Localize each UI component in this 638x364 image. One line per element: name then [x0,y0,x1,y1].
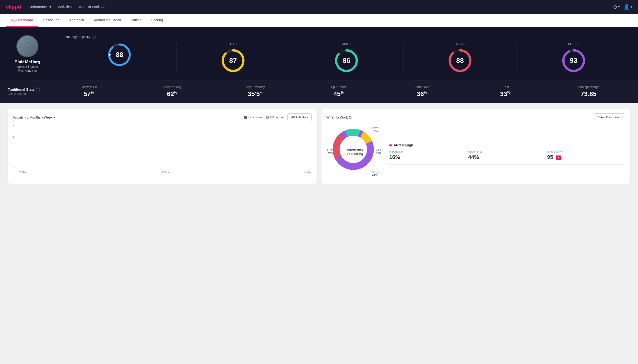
donut-label-app: APP 12% [376,149,381,155]
stat-greens-value: 62% [130,90,214,98]
activity-chart-card: Activity - 3 Months - Weekly On course O… [8,108,317,184]
wtwo-title: What To Work On [326,116,353,119]
chart-x-labels: 7 Feb 28 Mar 9 May [20,171,312,174]
stat-greens-in-reg: Greens In Reg 62% [130,85,214,98]
tab-around-the-green[interactable]: Around the Green [89,14,126,27]
stat-sandsave-value: 36% [380,90,464,98]
chart-header: Activity - 3 Months - Weekly On course O… [13,114,312,121]
chart-title: Activity - 3 Months - Weekly [13,116,55,119]
quality-label: Total Player Quality ? [63,35,630,38]
add-button[interactable]: ⊕ ▾ [613,4,620,10]
profile-country: United Kingdom [17,65,38,68]
legend-on-course: On course [244,116,262,119]
ring-ott: 87 [221,48,245,73]
app-trend-icon: ↗ [349,43,351,46]
nav-user-chevron: ▾ [631,5,632,8]
score-total-value: 88 [116,51,123,59]
score-app-value: 86 [343,57,350,64]
score-putt: PUTT ↗ 93 [517,42,630,73]
user-icon: 👤 [623,4,630,10]
what-to-work-on-card: What To Work On View Dashboard Importanc… [321,108,630,184]
hero-divider [55,34,55,73]
stat-scoring-value: 73.85 [547,90,630,98]
score-putt-label: PUTT ↗ [568,42,579,46]
all-activities-button[interactable]: All Activities [287,114,312,121]
arg-trend-icon: ↗ [463,43,465,46]
donut-label-ott: OTT 10% [372,127,378,133]
stat-up-and-down: Up & Down 45% [297,85,380,98]
wtwo-header: What To Work On View Dashboard [326,114,625,121]
stat-1putt-value: 33% [464,90,547,98]
stat-proximity-value: 35'5" [214,90,297,98]
score-arg-label: ARG ↗ [455,42,465,46]
user-menu-button[interactable]: 👤 ▾ [623,4,632,10]
stats-label: Traditional Stats ? Last 20 rounds [8,88,47,96]
detail-shot-quality: Shot Quality 95 ⚑ [547,150,621,160]
nav-add-chevron: ▾ [618,5,620,8]
off-course-dot [266,116,269,119]
profile-section: 🏌️ Blair McHarg United Kingdom Plus Hand… [8,35,47,72]
tab-off-the-tee[interactable]: Off the Tee [38,14,64,27]
hero-section: 🏌️ Blair McHarg United Kingdom Plus Hand… [0,28,638,80]
tab-putting[interactable]: Putting [126,14,146,27]
detail-metrics: Importance 16% Opportunity 44% Shot Qual… [389,150,621,160]
detail-importance: Importance 16% [389,150,463,160]
chart-y-labels: 4 3 2 1 0 [13,125,14,169]
chart-legend: On course Off course All Activities [244,114,312,121]
detail-opportunity: Opportunity 44% [468,150,542,160]
stat-fairways-value: 57% [47,90,130,98]
svg-point-2 [109,54,111,56]
stat-1-putt: 1 Putt 33% [464,85,547,98]
putt-trend-icon: ↗ [577,43,579,46]
logo[interactable]: clippd [6,4,21,10]
chevron-down-icon: ▾ [50,5,51,9]
scores-row: 88 OTT ↗ 87 [63,42,630,73]
ring-app: 86 [334,48,359,73]
plus-circle-icon: ⊕ [613,4,617,10]
score-arg: ARG ↗ 88 [403,42,517,73]
score-ott-value: 87 [229,57,237,64]
chart-bars [20,125,312,169]
quality-help-icon[interactable]: ? [92,35,96,38]
score-ott-label: OTT ↗ [229,42,238,46]
detail-card: ARG Rough Importance 16% Opportunity 44%… [385,139,625,165]
ring-arg: 88 [448,48,472,73]
tab-scoring[interactable]: Scoring [146,14,168,27]
top-nav: clippd Performance ▾ Activities What To … [0,0,638,14]
score-arg-value: 88 [456,57,464,64]
nav-what-to-work-on[interactable]: What To Work On [78,5,105,9]
tab-approach[interactable]: Approach [64,14,89,27]
ring-total: 88 [107,42,132,67]
stat-updown-value: 45% [297,90,380,98]
stats-bar: Traditional Stats ? Last 20 rounds Fairw… [0,80,638,103]
tab-my-dashboard[interactable]: My Dashboard [6,14,38,27]
stat-sand-save: Sand Save 36% [380,85,464,98]
stat-scoring-average: Scoring Average 73.85 [547,85,630,98]
chart-area: 4 3 2 1 0 [13,125,312,174]
ring-putt: 93 [561,48,586,73]
nav-performance[interactable]: Performance ▾ [29,5,51,9]
detail-dot-icon [389,144,392,146]
wtwo-content: ImportanceTo Scoring OTT 10% APP 12% ARG… [326,125,625,179]
main-content: Activity - 3 Months - Weekly On course O… [0,103,638,190]
ott-trend-icon: ↗ [236,43,238,46]
view-dashboard-button[interactable]: View Dashboard [595,114,625,121]
legend-off-course: Off course [266,116,284,119]
nav-right: ⊕ ▾ 👤 ▾ [613,4,632,10]
shot-quality-value: 95 ⚑ [547,154,621,160]
donut-label-arg: ARG 21% [372,170,378,176]
flag-icon: ⚑ [556,156,561,160]
importance-value: 16% [389,154,463,160]
donut-chart: ImportanceTo Scoring OTT 10% APP 12% ARG… [326,125,380,179]
score-total: 88 [63,42,176,73]
score-putt-value: 93 [570,57,577,64]
score-app: APP ↗ 86 [290,42,403,73]
stats-help-icon[interactable]: ? [36,88,40,92]
score-app-label: APP ↗ [342,42,351,46]
quality-section: Total Player Quality ? 88 [63,35,630,73]
score-ott: OTT ↗ 87 [176,42,290,73]
nav-activities[interactable]: Activities [58,5,72,9]
tab-bar: My Dashboard Off the Tee Approach Around… [0,14,638,28]
avatar: 🏌️ [17,35,39,57]
stat-app-proximity: App. Proximity 35'5" [214,85,297,98]
